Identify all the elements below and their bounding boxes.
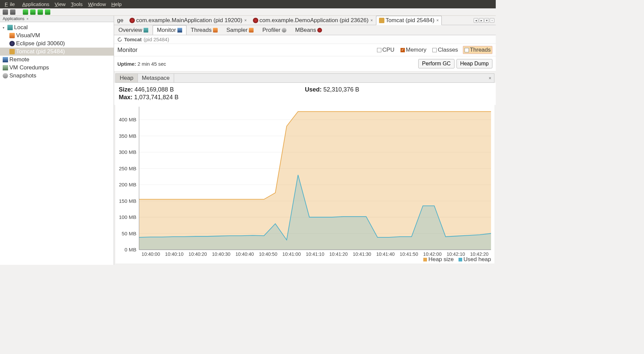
snapshot-icon bbox=[3, 73, 8, 78]
tool-icon-1[interactable] bbox=[23, 9, 28, 15]
remote-icon bbox=[3, 57, 8, 62]
svg-text:10:41:50: 10:41:50 bbox=[400, 251, 418, 257]
tree-snapshots[interactable]: Snapshots bbox=[0, 72, 114, 80]
tree-label: VisualVM bbox=[16, 32, 40, 39]
close-icon[interactable]: × bbox=[486, 74, 494, 82]
checkbox-icon bbox=[400, 48, 405, 52]
check-label: Classes bbox=[438, 47, 458, 53]
check-label: CPU bbox=[382, 47, 394, 53]
status-line: Tomcat (pid 25484) bbox=[114, 35, 496, 44]
app-tab-tomcat[interactable]: Tomcat (pid 25484) × bbox=[376, 16, 442, 25]
tab-label: com.example.DemoApplication (pid 23626) bbox=[260, 17, 369, 24]
tree-remote[interactable]: Remote bbox=[0, 56, 114, 64]
chevron-down-icon[interactable]: ▾ bbox=[3, 26, 6, 30]
perform-gc-button[interactable]: Perform GC bbox=[418, 59, 454, 68]
tool-icon-3[interactable] bbox=[38, 9, 43, 15]
tab-nav-down[interactable]: ▾ bbox=[484, 18, 489, 23]
applications-tree: ▾ Local VisualVM Eclipse (pid 30060) Tom… bbox=[0, 22, 114, 265]
heap-dump-button[interactable]: Heap Dump bbox=[457, 59, 492, 68]
used-label: Used: bbox=[305, 86, 322, 93]
monitor-checks: CPU Memory Classes Threads bbox=[376, 46, 492, 54]
svg-text:300 MB: 300 MB bbox=[119, 149, 136, 155]
max-value: 1,073,741,824 B bbox=[134, 94, 178, 101]
legend-used-heap: Used heap bbox=[459, 256, 491, 263]
tab-label: MBeans bbox=[295, 27, 316, 34]
status-app-name: Tomcat bbox=[124, 37, 142, 42]
heap-tab-metaspace[interactable]: Metaspace bbox=[138, 74, 174, 82]
visualvm-icon bbox=[9, 33, 15, 38]
mbeans-icon bbox=[317, 28, 322, 33]
svg-text:10:40:00: 10:40:00 bbox=[142, 251, 160, 257]
open-icon[interactable] bbox=[3, 9, 8, 15]
svg-text:100 MB: 100 MB bbox=[119, 214, 136, 220]
tab-label: Profiler bbox=[262, 27, 280, 34]
check-label: Memory bbox=[406, 47, 426, 53]
svg-text:150 MB: 150 MB bbox=[119, 198, 136, 203]
svg-text:50 MB: 50 MB bbox=[122, 230, 137, 236]
svg-text:10:41:30: 10:41:30 bbox=[353, 251, 371, 257]
tab-nav-max[interactable]: ▫ bbox=[490, 18, 494, 23]
threads-icon bbox=[213, 28, 218, 33]
tab-label: ge bbox=[117, 17, 123, 24]
tab-monitor[interactable]: Monitor bbox=[153, 25, 186, 35]
close-icon[interactable]: × bbox=[26, 17, 29, 21]
svg-text:200 MB: 200 MB bbox=[119, 182, 136, 187]
monitor-icon bbox=[177, 28, 182, 33]
chart-svg: 0 MB50 MB100 MB150 MB200 MB250 MB300 MB3… bbox=[115, 105, 494, 263]
sidebar-tab-applications[interactable]: Applications × bbox=[0, 16, 114, 22]
tab-label: com.example.MainApplication (pid 19200) bbox=[136, 17, 243, 24]
close-icon[interactable]: × bbox=[244, 18, 247, 23]
profiler-icon bbox=[282, 28, 286, 33]
check-threads[interactable]: Threads bbox=[463, 46, 492, 54]
sidebar-tab-label: Applications bbox=[3, 16, 24, 21]
tree-item-eclipse[interactable]: Eclipse (pid 30060) bbox=[0, 40, 114, 48]
tab-mbeans[interactable]: MBeans bbox=[291, 25, 326, 35]
size-value: 446,169,088 B bbox=[135, 86, 174, 93]
size-label: Size: bbox=[119, 86, 133, 93]
app-tab-demo[interactable]: com.example.DemoApplication (pid 23626) … bbox=[250, 16, 376, 25]
menu-file[interactable]: File bbox=[3, 1, 19, 8]
tab-nav-left[interactable]: ◂ bbox=[474, 18, 478, 23]
tab-overview[interactable]: Overview bbox=[114, 25, 153, 35]
check-classes[interactable]: Classes bbox=[431, 46, 459, 54]
tab-threads[interactable]: Threads bbox=[186, 25, 222, 35]
menu-view[interactable]: View bbox=[53, 1, 67, 8]
uptime-value: 2 min 45 sec bbox=[138, 61, 166, 67]
menu-tools[interactable]: Tools bbox=[69, 1, 85, 8]
uptime-label: Uptime: bbox=[117, 61, 136, 67]
svg-text:400 MB: 400 MB bbox=[119, 117, 136, 122]
app-tab-truncated[interactable]: ge bbox=[114, 16, 126, 25]
sub-tabs: Overview Monitor Threads Sampler Profile… bbox=[114, 25, 496, 35]
svg-text:250 MB: 250 MB bbox=[119, 165, 136, 171]
tab-label: Monitor bbox=[157, 27, 176, 34]
tool-icon-4[interactable] bbox=[45, 9, 50, 15]
tree-local[interactable]: ▾ Local bbox=[0, 23, 114, 32]
menu-help[interactable]: Help bbox=[109, 1, 124, 8]
tab-nav-right[interactable]: ▸ bbox=[479, 18, 484, 23]
sidebar: Applications × ▾ Local VisualVM Eclipse … bbox=[0, 16, 114, 265]
tree-coredumps[interactable]: VM Coredumps bbox=[0, 64, 114, 72]
tree-item-tomcat[interactable]: Tomcat (pid 25484) bbox=[0, 48, 114, 56]
tomcat-icon bbox=[9, 49, 15, 54]
legend-label: Heap size bbox=[428, 256, 454, 263]
tab-sampler[interactable]: Sampler bbox=[222, 25, 258, 35]
used-value: 52,310,376 B bbox=[323, 86, 359, 93]
menu-applications[interactable]: Applications bbox=[20, 1, 51, 8]
app-tab-main[interactable]: com.example.MainApplication (pid 19200) … bbox=[126, 16, 250, 25]
check-cpu[interactable]: CPU bbox=[376, 46, 396, 54]
heap-tab-heap[interactable]: Heap bbox=[116, 74, 138, 82]
tree-label: Eclipse (pid 30060) bbox=[16, 40, 65, 47]
menu-window[interactable]: Window bbox=[86, 1, 108, 8]
legend-label: Used heap bbox=[464, 256, 491, 263]
close-icon[interactable]: × bbox=[371, 18, 373, 23]
tomcat-icon bbox=[379, 18, 384, 23]
tool-icon-2[interactable] bbox=[30, 9, 36, 15]
close-icon[interactable]: × bbox=[436, 18, 439, 23]
save-icon[interactable] bbox=[10, 9, 15, 15]
app-tabs: ge com.example.MainApplication (pid 1920… bbox=[114, 16, 496, 25]
tab-profiler[interactable]: Profiler bbox=[258, 25, 291, 35]
tree-item-visualvm[interactable]: VisualVM bbox=[0, 32, 114, 40]
status-pid: (pid 25484) bbox=[144, 37, 169, 42]
check-memory[interactable]: Memory bbox=[399, 46, 428, 54]
svg-text:10:41:40: 10:41:40 bbox=[376, 251, 395, 257]
